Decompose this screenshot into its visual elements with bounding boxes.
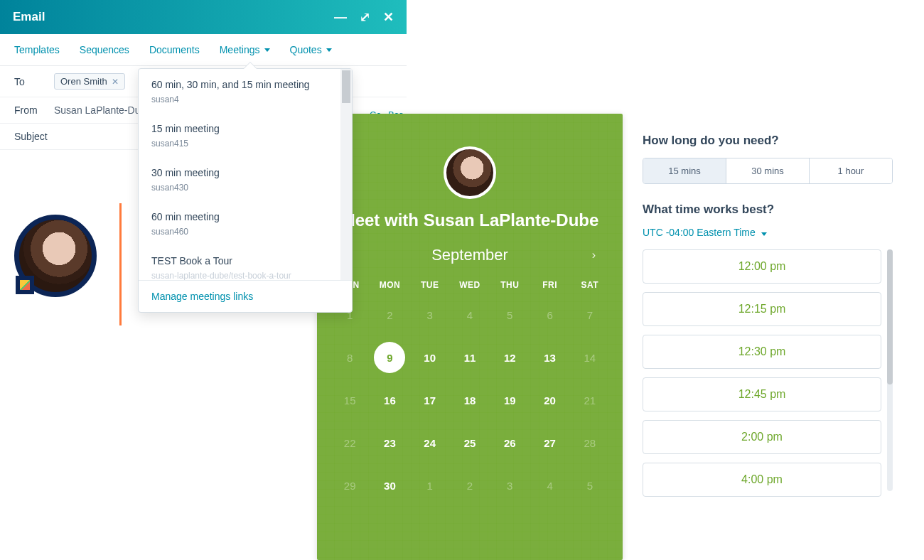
time-slot[interactable]: 12:45 pm bbox=[643, 377, 881, 411]
calendar-day[interactable]: 23 bbox=[370, 431, 409, 455]
calendar-day[interactable]: 22 bbox=[330, 431, 370, 455]
timezone-select[interactable]: UTC -04:00 Eastern Time bbox=[643, 227, 893, 238]
time-slot[interactable]: 4:00 pm bbox=[643, 463, 881, 497]
calendar-day[interactable]: 15 bbox=[330, 388, 370, 412]
month-label: September bbox=[431, 246, 508, 264]
calendar-day[interactable]: 14 bbox=[570, 345, 610, 370]
week-row: 1234567 bbox=[330, 303, 610, 327]
meeting-title: 60 min meeting bbox=[151, 211, 339, 222]
calendar-day[interactable]: 2 bbox=[370, 303, 409, 327]
time-slot[interactable]: 12:15 pm bbox=[643, 292, 881, 326]
time-slots: 12:00 pm12:15 pm12:30 pm12:45 pm2:00 pm4… bbox=[643, 249, 893, 497]
calendar-day[interactable]: 28 bbox=[570, 431, 610, 455]
close-icon[interactable]: ✕ bbox=[383, 9, 394, 25]
avatar-badge bbox=[16, 276, 34, 294]
calendar-day[interactable]: 5 bbox=[570, 473, 610, 497]
duration-heading: How long do you need? bbox=[643, 134, 893, 148]
dow-label: THU bbox=[490, 280, 530, 290]
calendar-day[interactable]: 2 bbox=[450, 473, 490, 497]
week-row: 293012345 bbox=[330, 473, 610, 497]
meeting-slug: susan415 bbox=[151, 139, 339, 149]
calendar-grid: 1234567891011121314151617181920212223242… bbox=[330, 303, 610, 497]
time-slot[interactable]: 12:00 pm bbox=[643, 249, 881, 284]
week-row: 22232425262728 bbox=[330, 431, 610, 455]
duration-button[interactable]: 15 mins bbox=[643, 158, 726, 183]
calendar-day[interactable]: 8 bbox=[330, 345, 370, 370]
duration-button[interactable]: 30 mins bbox=[726, 158, 810, 183]
meetings-tab[interactable]: Meetings bbox=[220, 44, 270, 55]
meeting-option[interactable]: 60 min meetingsusan460 bbox=[139, 201, 352, 245]
chevron-down-icon bbox=[761, 232, 767, 236]
meetings-popover: 60 min, 30 min, and 15 min meetingsusan4… bbox=[138, 68, 353, 313]
expand-icon[interactable]: ⤢ bbox=[360, 9, 370, 25]
calendar-day[interactable]: 17 bbox=[410, 388, 450, 412]
calendar-day[interactable]: 4 bbox=[450, 303, 490, 327]
meetings-list[interactable]: 60 min, 30 min, and 15 min meetingsusan4… bbox=[139, 69, 352, 280]
chevron-down-icon bbox=[326, 48, 332, 52]
meeting-option[interactable]: TEST Book a Toursusan-laplante-dube/test… bbox=[139, 245, 352, 280]
sequences-tab[interactable]: Sequences bbox=[80, 44, 129, 55]
calendar-day[interactable]: 6 bbox=[530, 303, 569, 327]
calendar-day[interactable]: 16 bbox=[370, 388, 409, 412]
calendar-day[interactable]: 4 bbox=[530, 473, 569, 497]
remove-chip-icon[interactable]: ✕ bbox=[112, 77, 119, 87]
calendar-day[interactable]: 27 bbox=[530, 431, 569, 455]
calendar-day[interactable]: 3 bbox=[490, 473, 530, 497]
calendar-day[interactable]: 3 bbox=[410, 303, 450, 327]
calendar-day[interactable]: 20 bbox=[530, 388, 569, 412]
calendar-day[interactable]: 21 bbox=[570, 388, 610, 412]
calendar-day[interactable]: 24 bbox=[410, 431, 450, 455]
meeting-title: 30 min meeting bbox=[151, 167, 339, 178]
meeting-title: TEST Book a Tour bbox=[151, 255, 339, 266]
calendar-day[interactable]: 29 bbox=[330, 473, 370, 497]
calendar-day[interactable]: 19 bbox=[490, 388, 530, 412]
recipient-chip[interactable]: Oren Smith ✕ bbox=[54, 73, 125, 90]
dow-label: TUE bbox=[410, 280, 450, 290]
time-slot[interactable]: 12:30 pm bbox=[643, 335, 881, 369]
from-value: Susan LaPlante-Dub bbox=[54, 104, 146, 116]
calendar-panel: Meet with Susan LaPlante-Dube ‹ Septembe… bbox=[317, 114, 623, 560]
meeting-slug: susan-laplante-dube/test-book-a-tour bbox=[151, 271, 339, 280]
calendar-day[interactable]: 7 bbox=[570, 303, 610, 327]
subject-label: Subject bbox=[14, 131, 54, 142]
calendar-day[interactable]: 9 bbox=[374, 342, 405, 373]
week-row: 15161718192021 bbox=[330, 388, 610, 412]
calendar-day[interactable]: 10 bbox=[410, 345, 450, 370]
month-nav: ‹ September › bbox=[330, 246, 610, 264]
meeting-option[interactable]: 30 min meetingsusan430 bbox=[139, 157, 352, 201]
documents-tab[interactable]: Documents bbox=[149, 44, 200, 55]
scrollbar-thumb[interactable] bbox=[342, 70, 350, 103]
from-label: From bbox=[14, 104, 54, 116]
calendar-day[interactable]: 1 bbox=[410, 473, 450, 497]
accent-bar bbox=[119, 203, 122, 325]
calendar-day[interactable]: 30 bbox=[370, 473, 409, 497]
scrollbar-track[interactable] bbox=[340, 69, 352, 280]
week-row: 891011121314 bbox=[330, 345, 610, 370]
quotes-tab[interactable]: Quotes bbox=[290, 44, 332, 55]
next-month-icon[interactable]: › bbox=[586, 246, 601, 264]
calendar-day[interactable]: 5 bbox=[490, 303, 530, 327]
minimize-icon[interactable]: — bbox=[334, 10, 347, 25]
meeting-option[interactable]: 15 min meetingsusan415 bbox=[139, 113, 352, 157]
dow-label: WED bbox=[450, 280, 490, 290]
manage-meetings-link[interactable]: Manage meetings links bbox=[139, 280, 352, 312]
calendar-day[interactable]: 18 bbox=[450, 388, 490, 412]
calendar-day[interactable]: 11 bbox=[450, 345, 490, 370]
calendar-day[interactable]: 13 bbox=[530, 345, 569, 370]
calendar-day[interactable]: 26 bbox=[490, 431, 530, 455]
templates-tab[interactable]: Templates bbox=[14, 44, 60, 55]
time-slot[interactable]: 2:00 pm bbox=[643, 420, 881, 454]
duration-group: 15 mins30 mins1 hour bbox=[643, 158, 893, 184]
calendar-heading: Meet with Susan LaPlante-Dube bbox=[330, 210, 610, 230]
meeting-title: 60 min, 30 min, and 15 min meeting bbox=[151, 79, 339, 90]
duration-button[interactable]: 1 hour bbox=[810, 158, 892, 183]
calendar-day[interactable]: 25 bbox=[450, 431, 490, 455]
window-controls: — ⤢ ✕ bbox=[334, 9, 394, 25]
scrollbar-thumb[interactable] bbox=[887, 249, 893, 384]
meeting-slug: susan430 bbox=[151, 183, 339, 193]
meeting-option[interactable]: 60 min, 30 min, and 15 min meetingsusan4 bbox=[139, 69, 352, 113]
host-avatar bbox=[444, 146, 496, 199]
meeting-title: 15 min meeting bbox=[151, 123, 339, 134]
compose-toolbar: Templates Sequences Documents Meetings Q… bbox=[0, 34, 407, 66]
calendar-day[interactable]: 12 bbox=[490, 345, 530, 370]
